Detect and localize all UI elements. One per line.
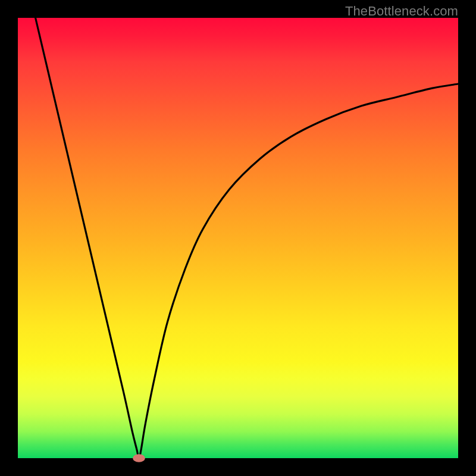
minimum-marker [133, 454, 145, 462]
plot-area [18, 18, 458, 458]
bottleneck-curve [36, 18, 458, 458]
curve-svg [18, 18, 458, 458]
watermark-text: TheBottleneck.com [345, 4, 458, 19]
chart-frame: TheBottleneck.com [0, 0, 476, 476]
